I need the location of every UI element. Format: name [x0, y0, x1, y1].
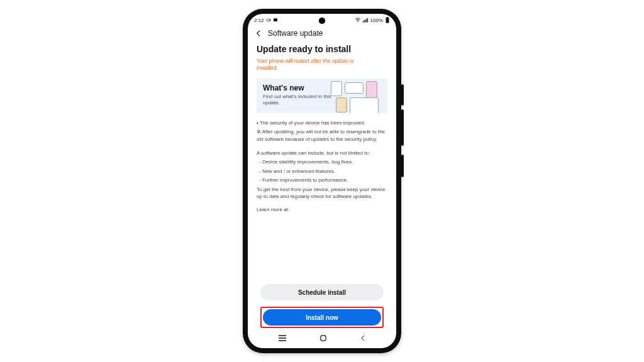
- wifi-icon: [355, 18, 361, 23]
- phone-frame: 2:12 100%: [243, 9, 401, 353]
- content[interactable]: Update ready to install Your phone will …: [248, 43, 396, 278]
- status-icon-message: [273, 18, 278, 23]
- whats-new-card[interactable]: What's new Find out what's included in t…: [257, 79, 387, 113]
- home-icon[interactable]: [319, 334, 328, 343]
- notes-line: • The security of your device has been i…: [257, 119, 387, 127]
- svg-rect-12: [321, 336, 326, 341]
- notes-line: A software update can include, but is no…: [257, 150, 387, 157]
- android-navbar: [248, 331, 396, 348]
- svg-rect-3: [363, 21, 364, 23]
- notes-item: - New and / or enhanced features.: [257, 168, 387, 175]
- install-now-button[interactable]: Install now: [263, 309, 381, 326]
- svg-rect-5: [365, 19, 366, 22]
- install-now-highlight: Install now: [260, 307, 384, 328]
- side-button: [401, 155, 404, 177]
- release-notes: • The security of your device has been i…: [257, 119, 387, 143]
- svg-rect-4: [364, 20, 365, 23]
- whats-new-subtitle: Find out what's included in this update.: [263, 94, 338, 107]
- screen: 2:12 100%: [248, 14, 396, 348]
- signal-icon: [363, 18, 369, 23]
- battery-icon: [385, 17, 390, 23]
- status-icon-camera: [266, 18, 271, 23]
- svg-rect-7: [386, 18, 389, 23]
- notes-item: - Further improvements to performance.: [257, 177, 387, 184]
- side-button: [401, 109, 404, 146]
- stage: 2:12 100%: [0, 0, 644, 362]
- restart-warning: Your phone will restart after the update…: [257, 58, 364, 72]
- back-icon[interactable]: [254, 29, 263, 38]
- svg-rect-0: [267, 19, 269, 21]
- side-button: [401, 84, 404, 106]
- learn-more: Learn more at:: [257, 207, 387, 212]
- svg-rect-8: [387, 17, 388, 18]
- whats-new-illustration: [331, 81, 385, 113]
- battery-text: 100%: [370, 18, 383, 23]
- front-camera: [319, 18, 325, 24]
- recents-icon[interactable]: [277, 334, 287, 342]
- update-includes: A software update can include, but is no…: [257, 150, 387, 201]
- header-title: Software update: [268, 29, 323, 38]
- notes-line: To get the best from your device, please…: [257, 186, 387, 200]
- svg-rect-1: [274, 18, 277, 21]
- button-bar: Schedule install Install now: [248, 278, 396, 331]
- status-time: 2:12: [254, 18, 264, 23]
- notes-item: - Device stability improvements, bug fix…: [257, 158, 387, 166]
- app-header: Software update: [248, 26, 396, 43]
- svg-point-2: [357, 21, 358, 22]
- notes-line: ※ After updating, you will not be able t…: [257, 128, 387, 143]
- nav-back-icon[interactable]: [359, 334, 367, 342]
- svg-rect-6: [367, 18, 367, 23]
- schedule-install-button[interactable]: Schedule install: [260, 284, 384, 300]
- page-title: Update ready to install: [257, 44, 387, 54]
